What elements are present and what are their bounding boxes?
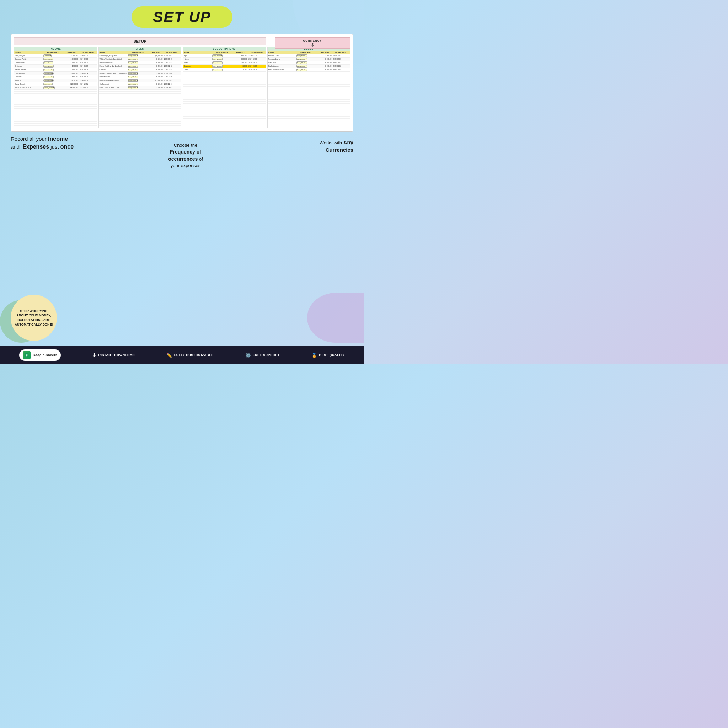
subs-col-amt: AMOUNT	[233, 51, 248, 54]
table-row: Phone (Mobile and/or Landline) Every Mon…	[99, 65, 181, 68]
best-quality-item[interactable]: 🏅 BEST QUALITY	[311, 353, 345, 358]
instant-download-item[interactable]: ⬇ INSTANT DOWNLOAD	[92, 353, 135, 358]
debts-freq: Every Month ▾	[296, 58, 317, 61]
callout-right: Works with AnyCurrencies	[244, 135, 353, 154]
table-row: Royalties Every Month ▾ $ 5,500.00 2024-…	[14, 75, 97, 79]
table-row: Mortgage Loans Every Month ▾ $ 300.00 20…	[268, 58, 350, 61]
spreadsheet-wrapper: SETUP CURRENCY $ INCOME NAME FREQUENCY A…	[11, 34, 353, 132]
edit-icon: ✏️	[166, 353, 173, 358]
bills-name: Phone (Mobile and/or Landline)	[99, 65, 127, 67]
subs-col-freq: FREQUENCY	[211, 51, 233, 54]
google-sheets-icon	[23, 351, 31, 359]
best-quality-label: BEST QUALITY	[319, 353, 344, 357]
income-freq: Every Month ▾	[43, 65, 64, 68]
subs-freq: Every Month ▾	[211, 61, 233, 64]
bills-name: Internet and Cable	[99, 61, 127, 64]
table-row: Netflix Every Month ▾ $ 100.00 2024-03-0…	[183, 61, 266, 65]
bills-pay: 2024-03-08	[164, 58, 181, 60]
bills-col-pay: 1st PAYMENT	[164, 51, 181, 54]
bills-pay: 2024-02-01	[164, 54, 181, 57]
bills-name: Utilities (Electricity, Gas, Water)	[99, 58, 127, 60]
table-row: Pension Every Month ▾ $ 2,500.00 2024-03…	[14, 79, 97, 83]
table-row: Personal Loans Every Month ▾ $ 500.00 20…	[268, 54, 350, 58]
callout-left: Record all your Income and Expenses just…	[11, 135, 120, 151]
circle-badge-text: STOP WORRYING ABOUT YOUR MONEY, CALCULAT…	[14, 309, 54, 327]
debts-amt: $ 800.00	[317, 69, 332, 71]
setup-header: SETUP	[14, 37, 266, 45]
google-sheets-item[interactable]: Google Sheets	[19, 349, 61, 361]
bills-col-amt: AMOUNT	[148, 51, 164, 54]
income-amt: $ 10,000.00	[64, 83, 79, 85]
bills-pay: 2024-03-04	[164, 72, 181, 75]
income-pay: 2024-03-05	[79, 76, 96, 78]
income-amt: $ 2,500.00	[64, 79, 79, 82]
subscriptions-section: SUBSCRIPTIONS NAME FREQUENCY AMOUNT 1st …	[183, 47, 266, 128]
bills-pay: 2025-04-01	[164, 86, 181, 89]
table-row: Business Profits Every Week ▾ $ 8,000.00…	[14, 58, 97, 61]
income-col-headers: NAME FREQUENCY AMOUNT 1st PAYMENT	[14, 51, 97, 54]
circle-badge: STOP WORRYING ABOUT YOUR MONEY, CALCULAT…	[11, 295, 57, 341]
subs-pay: 2024-02-08	[248, 58, 265, 60]
income-pay: 2025-04-01	[79, 86, 96, 89]
income-name: Rental Income	[14, 61, 43, 64]
debts-freq: Every Month ▾	[296, 61, 317, 64]
medal-icon: 🏅	[311, 353, 317, 358]
table-row: Canva Every Month ▾ $ 50.00 2024-03-03	[183, 68, 266, 72]
bills-pay: 2024-03-05	[164, 79, 181, 82]
subs-name: Canva	[183, 69, 211, 71]
table-row: Student Loans Every Month ▾ $ 600.00 202…	[268, 65, 350, 68]
table-row: Internet Every Month ▾ $ 500.00 2024-02-…	[183, 58, 266, 61]
debts-amt: $ 600.00	[317, 65, 332, 67]
income-header: INCOME	[14, 47, 97, 51]
table-row: Interest Income Every Month ▾ $ 1,000.00…	[14, 68, 97, 72]
table-row: Social Security Every Year ▾ $ 10,000.00…	[14, 83, 97, 86]
debts-amt: $ 300.00	[317, 58, 332, 60]
income-pay: 2024-02-08	[79, 58, 96, 60]
income-pay: 2024-03-02	[79, 65, 96, 67]
table-row: Auto Loans Every Month ▾ $ 400.00 2024-0…	[268, 61, 350, 65]
callout-left-text: Record all your Income and Expenses just…	[11, 135, 120, 151]
bills-amt: $ 600.00	[148, 69, 164, 71]
subs-col-headers: NAME FREQUENCY AMOUNT 1st PAYMENT	[183, 51, 266, 54]
subs-amt: $ 50.00	[233, 69, 248, 71]
table-row: Utilities (Electricity, Gas, Water) Ever…	[99, 58, 181, 61]
bills-freq: Every Month ▾	[127, 68, 148, 72]
sections-row: INCOME NAME FREQUENCY AMOUNT 1st PAYMENT…	[14, 47, 350, 128]
debts-pay: 2024-03-02	[332, 65, 350, 67]
callout-center-text: Choose the Frequency ofoccurrences of yo…	[131, 142, 240, 169]
debts-name: Small Business Loans	[268, 69, 296, 71]
income-name: Business Profits	[14, 58, 43, 60]
table-row: Home Maintenance/Repairs Every Month ▾ $…	[99, 79, 181, 83]
bills-freq: Every Month ▾	[127, 86, 148, 89]
bills-col-freq: FREQUENCY	[127, 51, 148, 54]
debts-pay: 2024-03-01	[332, 61, 350, 64]
google-sheets-label: Google Sheets	[32, 353, 57, 357]
income-section: INCOME NAME FREQUENCY AMOUNT 1st PAYMENT…	[14, 47, 97, 128]
income-rows: Salary/Wages One-time ▾ $ 5,000.00 2024-…	[14, 54, 97, 90]
debts-pay: 2024-02-01	[332, 54, 350, 57]
income-freq: Every Week ▾	[43, 61, 64, 64]
income-amt: $ 5,500.00	[64, 76, 79, 78]
income-freq: Every Month ▾	[43, 79, 64, 82]
subs-rows: Gym Every Month ▾ $ 300.00 2024-02-01 In…	[183, 54, 266, 72]
subs-col-pay: 1st PAYMENT	[248, 51, 265, 54]
bills-name: Car Payment	[99, 83, 127, 85]
income-name: Pension	[14, 79, 43, 82]
table-row: Gym Every Month ▾ $ 300.00 2024-02-01	[183, 54, 266, 58]
instant-download-label: INSTANT DOWNLOAD	[98, 353, 135, 357]
income-col-amt: AMOUNT	[64, 51, 79, 54]
table-row: Rent/Mortgage Payment Every Month ▾ $ 4,…	[99, 54, 181, 58]
free-support-label: FREE SUPPORT	[253, 353, 280, 357]
currency-title: CURRENCY	[277, 39, 348, 42]
income-freq: Every Week ▾	[43, 58, 64, 61]
income-name: Royalties	[14, 76, 43, 78]
income-pay: 2024-12-31	[79, 83, 96, 85]
subs-pay: 2024-03-03	[248, 69, 265, 71]
debts-name: Mortgage Loans	[268, 58, 296, 60]
free-support-item[interactable]: ⚙️ FREE SUPPORT	[245, 353, 280, 358]
debts-name: Student Loans	[268, 65, 296, 67]
income-amt: $ 1,000.00	[64, 72, 79, 75]
fully-customizable-item[interactable]: ✏️ FULLY CUSTOMIZABLE	[166, 353, 213, 358]
title-highlight: SET UP	[132, 6, 232, 28]
subs-freq: Every Month ▾	[211, 54, 233, 57]
